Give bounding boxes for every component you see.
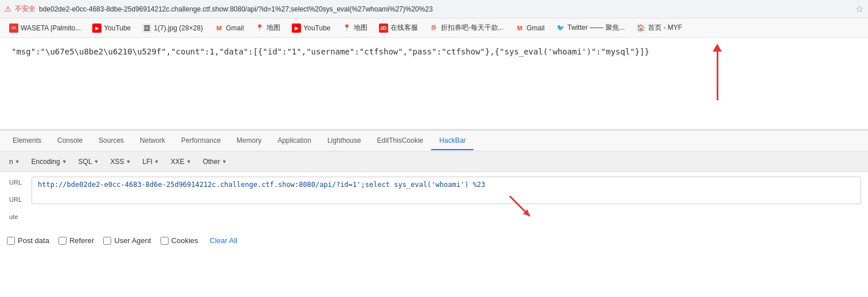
url-input[interactable] [32,177,861,204]
bookmark-image[interactable]: 🖼 1(7).jpg (28×28) [138,22,208,34]
lfi-label: LFI [142,158,152,166]
toolbar-xxe-button[interactable]: XXE ▼ [166,156,196,167]
jd-icon: JD [379,24,388,33]
devtools-panel: Elements Console Sources Network Perform… [0,130,868,249]
toolbar-sql-button[interactable]: SQL ▼ [74,156,104,167]
xxe-label: XXE [171,158,185,166]
xxe-dropdown-arrow: ▼ [186,159,191,165]
bookmark-gmail1-label: Gmail [226,24,244,32]
tab-elements[interactable]: Elements [5,132,49,150]
sql-dropdown-arrow: ▼ [94,159,99,165]
bookmark-gmail2[interactable]: M Gmail [511,22,549,34]
cookies-label: Cookies [171,236,198,245]
bookmark-coupon-label: 折扣券吧-每天千款... [441,23,504,33]
tab-editthiscookie[interactable]: EditThisCookie [369,132,432,150]
tab-memory[interactable]: Memory [229,132,269,150]
bookmark-waseta[interactable]: W WASETA |Palmito... [5,22,85,34]
star-icon[interactable]: ☆ [855,3,863,14]
user-agent-checkbox[interactable] [103,237,111,245]
devtools-tabs: Elements Console Sources Network Perform… [0,131,868,151]
other-dropdown-arrow: ▼ [222,159,227,165]
bookmark-youtube1[interactable]: ▶ YouTube [88,22,135,34]
bookmark-twitter[interactable]: 🐦 Twitter —— 聚焦... [552,21,630,34]
bookmark-youtube2[interactable]: ▶ YouTube [287,22,335,34]
bookmark-home[interactable]: 🏠 首页 - MYF [632,21,687,34]
twitter-icon: 🐦 [556,24,565,33]
coupon-icon: 券 [429,24,439,33]
url-label2: URL [7,193,27,206]
youtube2-icon: ▶ [292,24,301,33]
bookmark-youtube1-label: YouTube [104,24,131,32]
tab-application[interactable]: Application [269,132,319,150]
toolbar-n-button[interactable]: n ▼ [5,156,25,167]
bookmark-gmail1[interactable]: M Gmail [210,22,248,34]
sql-label: SQL [79,158,92,166]
bookmark-maps1-label: 地图 [267,23,280,33]
bookmarks-bar: W WASETA |Palmito... ▶ YouTube 🖼 1(7).jp… [0,18,868,38]
hackbar-content: URL URL ute [0,172,868,232]
cookies-checkbox-item[interactable]: Cookies [161,236,198,245]
security-warning-icon: ⚠ [5,5,11,13]
bookmark-home-label: 首页 - MYF [648,23,682,33]
youtube1-icon: ▶ [92,24,101,33]
bookmark-waseta-label: WASETA |Palmito... [21,24,81,32]
tab-lighthouse[interactable]: Lighthouse [319,132,369,150]
post-data-label: Post data [18,236,49,245]
hackbar-toolbar: n ▼ Encoding ▼ SQL ▼ XSS ▼ LFI ▼ XXE ▼ O… [0,151,868,172]
checkboxes-row: Post data Referer User Agent Cookies Cle… [0,232,868,249]
bookmark-maps2-label: 地图 [354,23,367,33]
exec-label: ute [7,210,27,224]
encoding-label: Encoding [32,158,60,166]
n-label: n [9,158,13,166]
bookmark-jd[interactable]: JD 在线客服 [374,21,423,34]
toolbar-lfi-button[interactable]: LFI ▼ [138,156,163,167]
tab-hackbar[interactable]: HackBar [431,132,474,150]
lfi-dropdown-arrow: ▼ [154,159,159,165]
image-icon: 🖼 [142,24,151,33]
tab-network[interactable]: Network [132,132,173,150]
json-response: "msg":"\u67e5\u8be2\u6210\u529f","count"… [11,47,857,56]
tab-sources[interactable]: Sources [91,132,132,150]
encoding-dropdown-arrow: ▼ [62,159,67,165]
url-label: URL [7,177,27,189]
n-dropdown-arrow: ▼ [15,159,20,165]
user-agent-checkbox-item[interactable]: User Agent [103,236,151,245]
clear-all-button[interactable]: Clear All [210,236,237,245]
hackbar-url-row: URL URL ute [7,177,861,224]
toolbar-xss-button[interactable]: XSS ▼ [106,156,136,167]
home-icon: 🏠 [636,24,646,33]
bookmark-coupon[interactable]: 券 折扣券吧-每天千款... [425,21,509,34]
tab-console[interactable]: Console [49,132,91,150]
user-agent-label: User Agent [114,236,151,245]
gmail1-icon: M [214,24,224,33]
referer-checkbox[interactable] [58,237,67,245]
toolbar-other-button[interactable]: Other ▼ [198,156,232,167]
address-bar: ⚠ 不安全 bde02de2-e0cc-4683-8dbe-25d9691421… [0,0,868,18]
red-arrow-up [713,44,722,100]
xss-dropdown-arrow: ▼ [126,159,131,165]
bookmark-twitter-label: Twitter —— 聚焦... [568,23,625,33]
post-data-checkbox-item[interactable]: Post data [7,236,49,245]
tab-performance[interactable]: Performance [173,132,229,150]
maps2-icon: 📍 [342,24,351,33]
waseta-icon: W [9,24,18,33]
gmail2-icon: M [515,24,525,33]
bookmark-youtube2-label: YouTube [303,24,330,32]
xss-label: XSS [111,158,124,166]
bookmark-jd-label: 在线客服 [390,23,418,33]
other-label: Other [203,158,220,166]
toolbar-encoding-button[interactable]: Encoding ▼ [27,156,72,167]
referer-label: Referer [69,236,94,245]
main-content: "msg":"\u67e5\u8be2\u6210\u529f","count"… [0,38,868,130]
bookmark-image-label: 1(7).jpg (28×28) [154,24,203,32]
bookmark-maps1[interactable]: 📍 地图 [251,21,285,34]
bookmark-gmail2-label: Gmail [527,24,545,32]
referer-checkbox-item[interactable]: Referer [58,236,94,245]
cookies-checkbox[interactable] [161,237,169,245]
security-warning-text: 不安全 [15,4,36,14]
red-arrow-down-right [507,193,535,224]
address-url[interactable]: bde02de2-e0cc-4683-8dbe-25d96914212c.cha… [39,5,852,13]
maps1-icon: 📍 [255,24,264,33]
post-data-checkbox[interactable] [7,237,15,245]
bookmark-maps2[interactable]: 📍 地图 [338,21,372,34]
